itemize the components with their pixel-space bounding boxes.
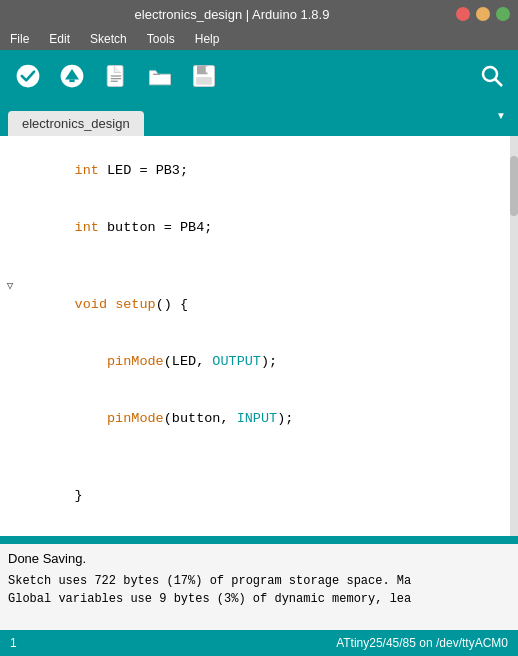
title-bar: electronics_design | Arduino 1.8.9 [0, 0, 518, 28]
console-output: Sketch uses 722 bytes (17%) of program s… [8, 572, 510, 608]
menu-edit[interactable]: Edit [43, 30, 76, 48]
code-line-1: int LED = PB3; [0, 142, 518, 199]
code-line-2: int button = PB4; [0, 199, 518, 256]
fold-gutter-sc [0, 468, 20, 487]
open-button[interactable] [140, 56, 180, 96]
window-buttons[interactable] [456, 7, 510, 21]
tab-label: electronics_design [22, 116, 130, 131]
code-line-setup-close: } [0, 467, 518, 524]
scrollbar-thumb[interactable] [510, 156, 518, 216]
fold-gutter-b2 [0, 448, 20, 467]
verify-button[interactable] [8, 56, 48, 96]
status-line-number: 1 [10, 636, 17, 650]
fold-gutter-p2 [0, 391, 20, 410]
menu-bar: File Edit Sketch Tools Help [0, 28, 518, 50]
status-bar: 1 ATtiny25/45/85 on /dev/ttyACM0 [0, 630, 518, 656]
menu-sketch[interactable]: Sketch [84, 30, 133, 48]
save-button[interactable] [184, 56, 224, 96]
editor-scrollbar[interactable] [510, 136, 518, 536]
console-status: Done Saving. [8, 550, 510, 568]
minimize-button[interactable] [476, 7, 490, 21]
svg-rect-11 [206, 66, 209, 72]
code-line-pinmode2: pinMode(button, INPUT); [0, 390, 518, 447]
fold-gutter-p1 [0, 334, 20, 353]
code-line-pinmode1: pinMode(LED, OUTPUT); [0, 333, 518, 390]
fold-gutter-setup[interactable]: ▽ [0, 277, 20, 296]
line-content-p2: pinMode(button, INPUT); [20, 390, 514, 447]
toolbar [0, 50, 518, 102]
status-board: ATtiny25/45/85 on /dev/ttyACM0 [336, 636, 508, 650]
console-line-1: Sketch uses 722 bytes (17%) of program s… [8, 572, 510, 590]
fold-gutter-b1 [0, 257, 20, 276]
menu-tools[interactable]: Tools [141, 30, 181, 48]
svg-rect-3 [69, 80, 74, 83]
new-button[interactable] [96, 56, 136, 96]
fold-gutter-2 [0, 200, 20, 219]
tab-dropdown-button[interactable]: ▼ [492, 106, 510, 124]
svg-point-13 [483, 67, 497, 81]
code-line-blank2 [0, 447, 518, 467]
upload-button[interactable] [52, 56, 92, 96]
code-line-blank1 [0, 256, 518, 276]
svg-rect-12 [196, 77, 212, 85]
code-line-blank3 [0, 524, 518, 536]
maximize-button[interactable] [496, 7, 510, 21]
line-content-p1: pinMode(LED, OUTPUT); [20, 333, 514, 390]
menu-file[interactable]: File [4, 30, 35, 48]
fold-gutter-1 [0, 143, 20, 162]
window-title: electronics_design | Arduino 1.8.9 [8, 7, 456, 22]
tab-electronics-design[interactable]: electronics_design [8, 111, 144, 136]
svg-line-14 [495, 79, 502, 86]
tab-bar: electronics_design ▼ [0, 102, 518, 136]
line-content-2: int button = PB4; [20, 199, 514, 256]
console-line-2: Global variables use 9 bytes (3%) of dyn… [8, 590, 510, 608]
svg-point-0 [17, 65, 40, 88]
line-content-setup: void setup() { [20, 276, 514, 333]
code-line-setup: ▽ void setup() { [0, 276, 518, 333]
code-editor[interactable]: int LED = PB3; int button = PB4; ▽ void … [0, 136, 518, 536]
close-button[interactable] [456, 7, 470, 21]
menu-help[interactable]: Help [189, 30, 226, 48]
line-content-1: int LED = PB3; [20, 142, 514, 199]
fold-gutter-b3 [0, 525, 20, 536]
search-button[interactable] [474, 58, 510, 94]
line-content-sc: } [20, 467, 514, 524]
